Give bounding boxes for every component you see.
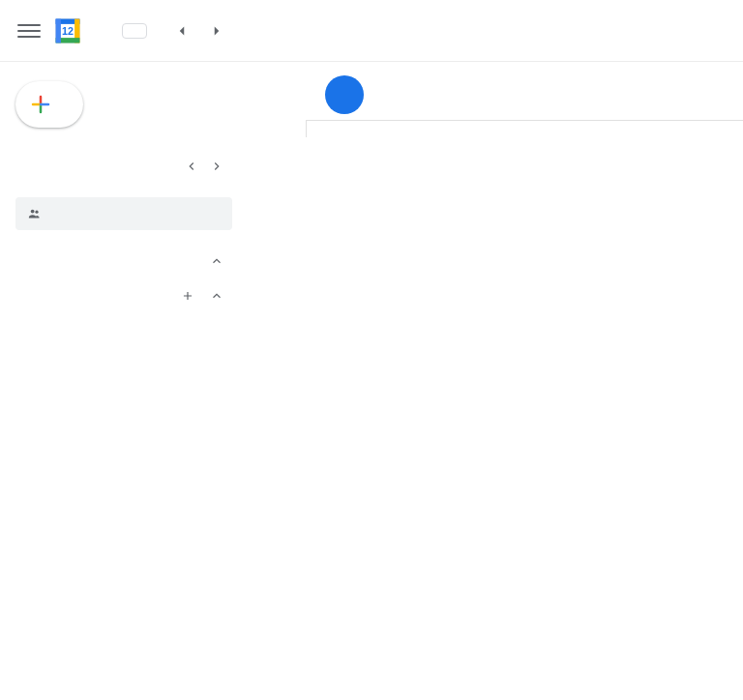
main xyxy=(0,62,743,325)
chevron-up-icon xyxy=(210,289,223,303)
plus-icon xyxy=(181,289,194,303)
mini-calendar xyxy=(12,151,236,186)
prev-period-button[interactable] xyxy=(166,15,197,46)
date-nav xyxy=(166,15,232,46)
search-input[interactable] xyxy=(51,206,221,221)
mini-next-button[interactable] xyxy=(205,155,228,178)
today-button[interactable] xyxy=(122,23,147,39)
day-view xyxy=(248,62,743,325)
svg-point-7 xyxy=(35,211,38,214)
other-calendars-header[interactable] xyxy=(12,278,236,313)
add-other-calendar-button[interactable] xyxy=(176,284,199,307)
app-logo[interactable]: 12 xyxy=(48,12,93,50)
my-calendars-header[interactable] xyxy=(12,244,236,278)
header: 12 xyxy=(0,0,743,62)
chevron-up-icon xyxy=(210,254,223,268)
plus-icon xyxy=(29,93,52,116)
timezone-label xyxy=(248,62,306,120)
day-date-button[interactable] xyxy=(325,75,364,114)
mini-prev-button[interactable] xyxy=(180,155,203,178)
sidebar xyxy=(0,62,248,325)
collapse-other-calendars-button[interactable] xyxy=(205,284,228,307)
svg-text:12: 12 xyxy=(62,25,74,37)
search-people[interactable] xyxy=(15,197,232,230)
create-button[interactable] xyxy=(15,81,83,128)
allday-row[interactable] xyxy=(306,120,743,137)
svg-rect-4 xyxy=(56,18,61,43)
people-icon xyxy=(27,205,42,222)
svg-point-6 xyxy=(31,210,35,214)
collapse-my-calendars-button[interactable] xyxy=(205,249,228,273)
next-period-button[interactable] xyxy=(201,15,232,46)
main-menu-icon[interactable] xyxy=(17,19,41,43)
calendar-logo-icon: 12 xyxy=(48,12,87,50)
